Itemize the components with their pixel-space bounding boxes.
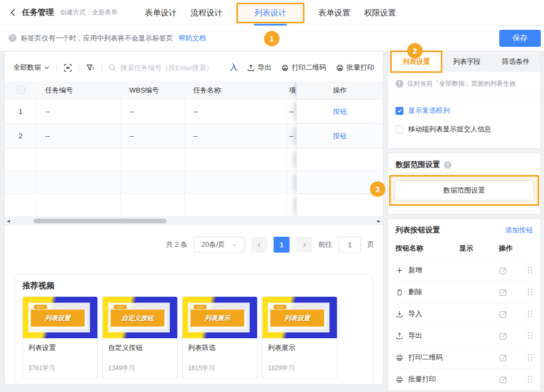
button-row-import: 导入 [395,303,533,324]
checkbox-unchecked-icon[interactable] [395,126,403,134]
pagination: 共 2 条 20条/页 1 前往 页 [5,225,383,253]
creation-mode-label: 创建方式：全新表单 [60,8,118,17]
tab-form-settings[interactable]: 表单设置 [318,8,350,18]
cell-task-no: -- [37,124,121,148]
data-scope-settings-button[interactable]: 数据范围设置 [394,180,534,201]
help-doc-link[interactable]: 帮助文档 [178,34,206,43]
column-button-name: 按钮名称 [395,244,459,253]
goto-page-input[interactable] [339,237,361,253]
active-tab-underline [254,24,287,26]
back-icon[interactable] [9,8,18,17]
scrollbar-thumb[interactable] [34,219,167,223]
panel-notice-text: 仅对当前「全部数据」页面的列表生效 [407,79,516,88]
batch-print-button[interactable]: 批量打印 [336,63,374,72]
current-page-button[interactable]: 1 [274,237,290,253]
divider [56,64,57,71]
edit-icon[interactable] [499,331,508,340]
show-checkbox-column-option[interactable]: 显示复选框列 [395,106,533,115]
buttons-table-header: 按钮名称 显示 操作 [395,244,533,259]
next-page-button[interactable] [296,237,312,253]
video-title: 列表筛选 [183,338,257,353]
drag-handle-icon[interactable] [527,376,533,383]
edit-icon[interactable] [499,375,508,384]
column-header-clipped: 项 [288,81,296,99]
trash-icon [395,288,403,296]
page-size-select[interactable]: 20条/页 [194,237,245,253]
search-input[interactable] [120,64,227,72]
button-label: 新增 [408,265,422,275]
tab-flow-design[interactable]: 流程设计 [191,8,222,18]
empty-row [5,171,383,194]
edit-icon[interactable] [499,310,508,319]
mobile-submitter-info-option[interactable]: 移动端列表显示提交人信息 [395,124,533,134]
panel-tabs: 列表设置 列表字段 筛选条件 [388,52,540,72]
drag-handle-icon[interactable] [527,310,533,318]
cell-clipped: -- [288,124,296,148]
search-icon [108,63,117,72]
video-thumbnail: 列表设置 [262,297,337,338]
table-row[interactable]: 1 -- -- -- -- 按钮 [5,99,383,124]
settings-panel: 列表设置 列表字段 筛选条件 ! 仅对当前「全部数据」页面的列表生效 显示复选框… [388,51,541,385]
question-circle-icon[interactable]: ? [444,161,451,169]
checkbox-label: 显示复选框列 [408,106,450,115]
drag-handle-icon[interactable] [527,354,533,361]
print-qrcode-button[interactable]: 打印二维码 [281,63,326,72]
video-card[interactable]: 列表展示 列表筛选 1615学习 [182,296,258,379]
button-label: 删除 [408,287,422,297]
edit-icon[interactable] [499,353,508,362]
tab-list-fields[interactable]: 列表字段 [442,57,491,66]
list-settings-section: 列表设置 列表字段 筛选条件 ! 仅对当前「全部数据」页面的列表生效 显示复选框… [388,51,541,148]
tab-list-settings[interactable]: 列表设置 [390,51,442,73]
row-action-button[interactable]: 按钮 [333,107,347,116]
video-card[interactable]: 列表设置 列表设置 3761学习 [22,296,98,379]
data-scope-dropdown[interactable]: 全部数据 [13,63,50,72]
table-row[interactable]: 2 -- -- -- -- 按钮 [5,124,383,148]
data-scope-section: 数据范围设置 ? 数据范围设置 [388,153,541,214]
cell-task-no: -- [37,99,121,123]
print-qrcode-label: 打印二维码 [292,63,326,72]
row-index: 1 [5,99,37,123]
data-scope-label: 全部数据 [13,63,41,72]
tab-permission-settings[interactable]: 权限设置 [364,8,396,18]
printer-icon [395,376,403,383]
empty-row [5,148,383,171]
export-button[interactable]: 导出 [247,63,271,72]
drag-handle-icon[interactable] [527,288,533,296]
horizontal-scrollbar[interactable]: ◀ ▶ [5,217,383,225]
filter-funnel-icon[interactable] [86,63,95,72]
button-label: 导出 [408,331,422,340]
notice-text: 标签页仅有一个时，应用中列表将不会显示标签页 [21,34,173,43]
row-action-button[interactable]: 按钮 [333,131,347,141]
scroll-right-arrow[interactable]: ▶ [375,217,383,225]
select-all-checkbox[interactable] [17,86,25,94]
drag-handle-icon[interactable] [527,332,533,339]
save-button[interactable]: 保存 [499,30,541,47]
prev-page-button[interactable] [251,237,267,253]
list-bottom-divider [395,390,533,390]
edit-icon[interactable] [499,288,508,297]
cell-clipped: -- [288,99,296,123]
video-card[interactable]: 列表设置 列表展示 1829学习 [262,296,337,379]
import-icon [395,310,403,318]
add-button-link[interactable]: 添加按钮 [505,226,533,235]
edit-icon[interactable] [499,266,508,275]
thumb-tab-decoration [194,305,207,309]
tab-list-design[interactable]: 列表设计 [236,3,304,23]
button-label: 导入 [408,309,422,319]
column-header-task-no: 任务编号 [37,81,121,99]
empty-row [5,194,383,217]
video-title: 列表展示 [262,338,337,353]
video-thumbnail: 自定义按钮 [103,297,177,338]
export-label: 导出 [258,63,271,72]
page-size-value: 20条/页 [201,240,225,249]
scroll-left-arrow[interactable]: ◀ [5,217,12,225]
checkbox-checked-icon[interactable] [395,107,403,115]
drag-handle-icon[interactable] [527,266,533,274]
scan-icon[interactable] [63,63,72,72]
tab-form-design[interactable]: 表单设计 [145,8,177,18]
column-header-task-name: 任务名称 [185,81,288,99]
tab-filter-conditions[interactable]: 筛选条件 [491,57,540,66]
video-card[interactable]: 自定义按钮 自定义按钮 1349学习 [102,296,178,379]
import-icon[interactable]: 入 [230,63,237,72]
cell-wbs-no: -- [121,99,185,123]
